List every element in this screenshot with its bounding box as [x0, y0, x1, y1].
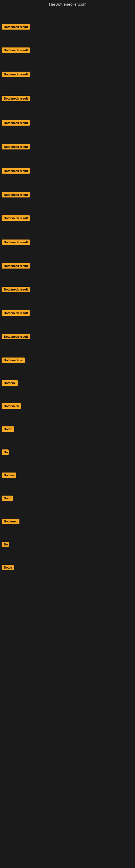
bottleneck-badge-16[interactable]: Bottlene — [2, 380, 18, 386]
result-row-21: Bottl — [0, 495, 14, 503]
result-row-12: Bottleneck result — [0, 286, 32, 294]
bottleneck-badge-23[interactable]: Bo — [2, 542, 9, 547]
bottleneck-badge-8[interactable]: Bottleneck result — [2, 192, 30, 197]
result-row-23: Bo — [0, 540, 10, 549]
bottleneck-badge-5[interactable]: Bottleneck result — [2, 120, 30, 126]
bottleneck-badge-20[interactable]: Bottlen — [2, 472, 16, 478]
result-row-18: Bottle — [0, 425, 16, 434]
result-row-16: Bottlene — [0, 379, 19, 388]
bottleneck-badge-10[interactable]: Bottleneck result — [2, 240, 30, 245]
result-row-6: Bottleneck result — [0, 143, 32, 152]
result-row-17: Bottleneck — [0, 402, 23, 411]
result-row-2: Bottleneck result — [0, 46, 32, 55]
result-row-9: Bottleneck result — [0, 214, 32, 223]
result-row-22: Bottlenec — [0, 518, 21, 526]
bottleneck-badge-1[interactable]: Bottleneck result — [2, 24, 30, 30]
result-row-5: Bottleneck result — [0, 119, 32, 128]
result-row-13: Bottleneck result — [0, 309, 32, 318]
result-row-4: Bottleneck result — [0, 95, 32, 103]
bottleneck-badge-9[interactable]: Bottleneck result — [2, 215, 30, 221]
result-row-11: Bottleneck result — [0, 262, 32, 271]
bottleneck-badge-3[interactable]: Bottleneck result — [2, 72, 30, 77]
bottleneck-badge-2[interactable]: Bottleneck result — [2, 48, 30, 53]
result-row-8: Bottleneck result — [0, 191, 32, 199]
bottleneck-badge-18[interactable]: Bottle — [2, 426, 14, 432]
bottleneck-badge-19[interactable]: Bo — [2, 450, 9, 455]
bottleneck-badge-11[interactable]: Bottleneck result — [2, 263, 30, 269]
bottleneck-badge-13[interactable]: Bottleneck result — [2, 310, 30, 316]
bottleneck-badge-21[interactable]: Bottl — [2, 496, 13, 501]
bottleneck-badge-6[interactable]: Bottleneck result — [2, 144, 30, 150]
bottleneck-badge-4[interactable]: Bottleneck result — [2, 96, 30, 101]
result-row-3: Bottleneck result — [0, 70, 32, 79]
bottleneck-badge-12[interactable]: Bottleneck result — [2, 287, 30, 292]
bottleneck-badge-24[interactable]: Bottle — [2, 565, 14, 570]
result-row-10: Bottleneck result — [0, 239, 32, 247]
result-row-7: Bottleneck result — [0, 167, 32, 176]
bottleneck-badge-15[interactable]: Bottleneck re — [2, 358, 25, 363]
bottleneck-badge-17[interactable]: Bottleneck — [2, 403, 21, 409]
result-row-24: Bottle — [0, 564, 16, 572]
result-row-20: Bottlen — [0, 471, 18, 480]
bottleneck-badge-7[interactable]: Bottleneck result — [2, 168, 30, 174]
bottleneck-badge-22[interactable]: Bottlenec — [2, 519, 19, 524]
site-title: TheBottlenecker.com — [0, 0, 135, 8]
result-row-19: Bo — [0, 448, 10, 457]
results-container: Bottleneck resultBottleneck resultBottle… — [0, 8, 135, 862]
result-row-1: Bottleneck result — [0, 23, 32, 32]
result-row-15: Bottleneck re — [0, 356, 27, 365]
bottleneck-badge-14[interactable]: Bottleneck result — [2, 334, 30, 339]
result-row-14: Bottleneck result — [0, 333, 32, 341]
